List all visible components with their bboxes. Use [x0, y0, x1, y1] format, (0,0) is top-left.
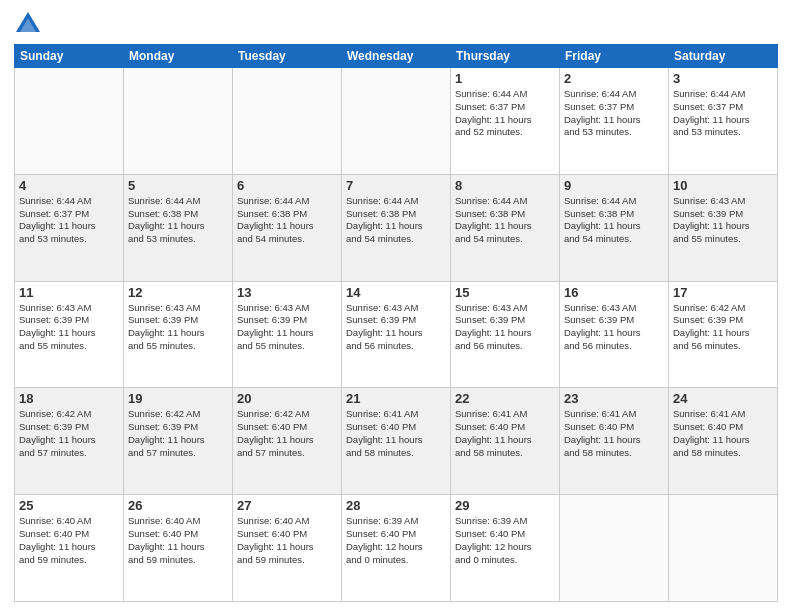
day-info: Sunrise: 6:41 AMSunset: 6:40 PMDaylight:…	[673, 408, 773, 459]
calendar-cell: 1Sunrise: 6:44 AMSunset: 6:37 PMDaylight…	[451, 68, 560, 175]
calendar-cell	[233, 68, 342, 175]
day-number: 28	[346, 498, 446, 513]
calendar-cell: 3Sunrise: 6:44 AMSunset: 6:37 PMDaylight…	[669, 68, 778, 175]
col-header-wednesday: Wednesday	[342, 45, 451, 68]
day-info: Sunrise: 6:41 AMSunset: 6:40 PMDaylight:…	[564, 408, 664, 459]
day-info: Sunrise: 6:44 AMSunset: 6:38 PMDaylight:…	[455, 195, 555, 246]
col-header-sunday: Sunday	[15, 45, 124, 68]
day-info: Sunrise: 6:40 AMSunset: 6:40 PMDaylight:…	[237, 515, 337, 566]
calendar-cell	[669, 495, 778, 602]
day-info: Sunrise: 6:44 AMSunset: 6:38 PMDaylight:…	[346, 195, 446, 246]
day-info: Sunrise: 6:42 AMSunset: 6:39 PMDaylight:…	[128, 408, 228, 459]
day-number: 20	[237, 391, 337, 406]
day-info: Sunrise: 6:43 AMSunset: 6:39 PMDaylight:…	[237, 302, 337, 353]
day-info: Sunrise: 6:44 AMSunset: 6:38 PMDaylight:…	[564, 195, 664, 246]
calendar-cell: 18Sunrise: 6:42 AMSunset: 6:39 PMDayligh…	[15, 388, 124, 495]
calendar-cell: 2Sunrise: 6:44 AMSunset: 6:37 PMDaylight…	[560, 68, 669, 175]
calendar-cell: 21Sunrise: 6:41 AMSunset: 6:40 PMDayligh…	[342, 388, 451, 495]
day-number: 2	[564, 71, 664, 86]
day-info: Sunrise: 6:43 AMSunset: 6:39 PMDaylight:…	[455, 302, 555, 353]
day-number: 23	[564, 391, 664, 406]
day-info: Sunrise: 6:42 AMSunset: 6:39 PMDaylight:…	[673, 302, 773, 353]
calendar-cell: 16Sunrise: 6:43 AMSunset: 6:39 PMDayligh…	[560, 281, 669, 388]
calendar-row-1: 1Sunrise: 6:44 AMSunset: 6:37 PMDaylight…	[15, 68, 778, 175]
day-number: 19	[128, 391, 228, 406]
day-info: Sunrise: 6:43 AMSunset: 6:39 PMDaylight:…	[19, 302, 119, 353]
calendar-cell: 14Sunrise: 6:43 AMSunset: 6:39 PMDayligh…	[342, 281, 451, 388]
col-header-tuesday: Tuesday	[233, 45, 342, 68]
day-info: Sunrise: 6:44 AMSunset: 6:38 PMDaylight:…	[128, 195, 228, 246]
day-info: Sunrise: 6:44 AMSunset: 6:37 PMDaylight:…	[564, 88, 664, 139]
day-number: 25	[19, 498, 119, 513]
col-header-saturday: Saturday	[669, 45, 778, 68]
day-number: 8	[455, 178, 555, 193]
calendar-cell: 10Sunrise: 6:43 AMSunset: 6:39 PMDayligh…	[669, 174, 778, 281]
day-info: Sunrise: 6:39 AMSunset: 6:40 PMDaylight:…	[455, 515, 555, 566]
day-info: Sunrise: 6:41 AMSunset: 6:40 PMDaylight:…	[455, 408, 555, 459]
day-info: Sunrise: 6:42 AMSunset: 6:39 PMDaylight:…	[19, 408, 119, 459]
day-number: 14	[346, 285, 446, 300]
day-info: Sunrise: 6:41 AMSunset: 6:40 PMDaylight:…	[346, 408, 446, 459]
day-number: 3	[673, 71, 773, 86]
calendar-cell: 19Sunrise: 6:42 AMSunset: 6:39 PMDayligh…	[124, 388, 233, 495]
calendar-row-2: 4Sunrise: 6:44 AMSunset: 6:37 PMDaylight…	[15, 174, 778, 281]
day-number: 6	[237, 178, 337, 193]
day-number: 11	[19, 285, 119, 300]
day-info: Sunrise: 6:44 AMSunset: 6:37 PMDaylight:…	[673, 88, 773, 139]
calendar-cell: 27Sunrise: 6:40 AMSunset: 6:40 PMDayligh…	[233, 495, 342, 602]
day-number: 24	[673, 391, 773, 406]
calendar-cell: 4Sunrise: 6:44 AMSunset: 6:37 PMDaylight…	[15, 174, 124, 281]
calendar-cell: 28Sunrise: 6:39 AMSunset: 6:40 PMDayligh…	[342, 495, 451, 602]
calendar-cell: 6Sunrise: 6:44 AMSunset: 6:38 PMDaylight…	[233, 174, 342, 281]
day-number: 10	[673, 178, 773, 193]
calendar-cell: 20Sunrise: 6:42 AMSunset: 6:40 PMDayligh…	[233, 388, 342, 495]
calendar-body: 1Sunrise: 6:44 AMSunset: 6:37 PMDaylight…	[15, 68, 778, 602]
col-header-thursday: Thursday	[451, 45, 560, 68]
calendar-row-5: 25Sunrise: 6:40 AMSunset: 6:40 PMDayligh…	[15, 495, 778, 602]
day-number: 5	[128, 178, 228, 193]
day-number: 17	[673, 285, 773, 300]
day-number: 21	[346, 391, 446, 406]
calendar-table: SundayMondayTuesdayWednesdayThursdayFrid…	[14, 44, 778, 602]
day-info: Sunrise: 6:44 AMSunset: 6:37 PMDaylight:…	[455, 88, 555, 139]
header	[14, 10, 778, 38]
day-info: Sunrise: 6:43 AMSunset: 6:39 PMDaylight:…	[346, 302, 446, 353]
calendar-cell	[124, 68, 233, 175]
calendar-row-3: 11Sunrise: 6:43 AMSunset: 6:39 PMDayligh…	[15, 281, 778, 388]
calendar-cell: 23Sunrise: 6:41 AMSunset: 6:40 PMDayligh…	[560, 388, 669, 495]
day-info: Sunrise: 6:40 AMSunset: 6:40 PMDaylight:…	[128, 515, 228, 566]
col-header-friday: Friday	[560, 45, 669, 68]
day-info: Sunrise: 6:43 AMSunset: 6:39 PMDaylight:…	[128, 302, 228, 353]
calendar-cell: 13Sunrise: 6:43 AMSunset: 6:39 PMDayligh…	[233, 281, 342, 388]
calendar-cell: 17Sunrise: 6:42 AMSunset: 6:39 PMDayligh…	[669, 281, 778, 388]
day-number: 12	[128, 285, 228, 300]
day-number: 22	[455, 391, 555, 406]
day-number: 13	[237, 285, 337, 300]
day-info: Sunrise: 6:42 AMSunset: 6:40 PMDaylight:…	[237, 408, 337, 459]
calendar-cell: 15Sunrise: 6:43 AMSunset: 6:39 PMDayligh…	[451, 281, 560, 388]
calendar-cell: 24Sunrise: 6:41 AMSunset: 6:40 PMDayligh…	[669, 388, 778, 495]
day-info: Sunrise: 6:40 AMSunset: 6:40 PMDaylight:…	[19, 515, 119, 566]
col-header-monday: Monday	[124, 45, 233, 68]
header-row: SundayMondayTuesdayWednesdayThursdayFrid…	[15, 45, 778, 68]
calendar-cell: 12Sunrise: 6:43 AMSunset: 6:39 PMDayligh…	[124, 281, 233, 388]
day-info: Sunrise: 6:43 AMSunset: 6:39 PMDaylight:…	[673, 195, 773, 246]
page: SundayMondayTuesdayWednesdayThursdayFrid…	[0, 0, 792, 612]
day-number: 15	[455, 285, 555, 300]
calendar-cell: 5Sunrise: 6:44 AMSunset: 6:38 PMDaylight…	[124, 174, 233, 281]
day-number: 9	[564, 178, 664, 193]
calendar-cell: 26Sunrise: 6:40 AMSunset: 6:40 PMDayligh…	[124, 495, 233, 602]
logo-icon	[14, 10, 42, 38]
calendar-cell: 25Sunrise: 6:40 AMSunset: 6:40 PMDayligh…	[15, 495, 124, 602]
calendar-row-4: 18Sunrise: 6:42 AMSunset: 6:39 PMDayligh…	[15, 388, 778, 495]
day-number: 7	[346, 178, 446, 193]
day-number: 18	[19, 391, 119, 406]
calendar-cell: 7Sunrise: 6:44 AMSunset: 6:38 PMDaylight…	[342, 174, 451, 281]
day-info: Sunrise: 6:44 AMSunset: 6:38 PMDaylight:…	[237, 195, 337, 246]
day-info: Sunrise: 6:39 AMSunset: 6:40 PMDaylight:…	[346, 515, 446, 566]
logo	[14, 10, 46, 38]
calendar-cell: 9Sunrise: 6:44 AMSunset: 6:38 PMDaylight…	[560, 174, 669, 281]
calendar-cell	[15, 68, 124, 175]
calendar-cell: 8Sunrise: 6:44 AMSunset: 6:38 PMDaylight…	[451, 174, 560, 281]
day-number: 1	[455, 71, 555, 86]
